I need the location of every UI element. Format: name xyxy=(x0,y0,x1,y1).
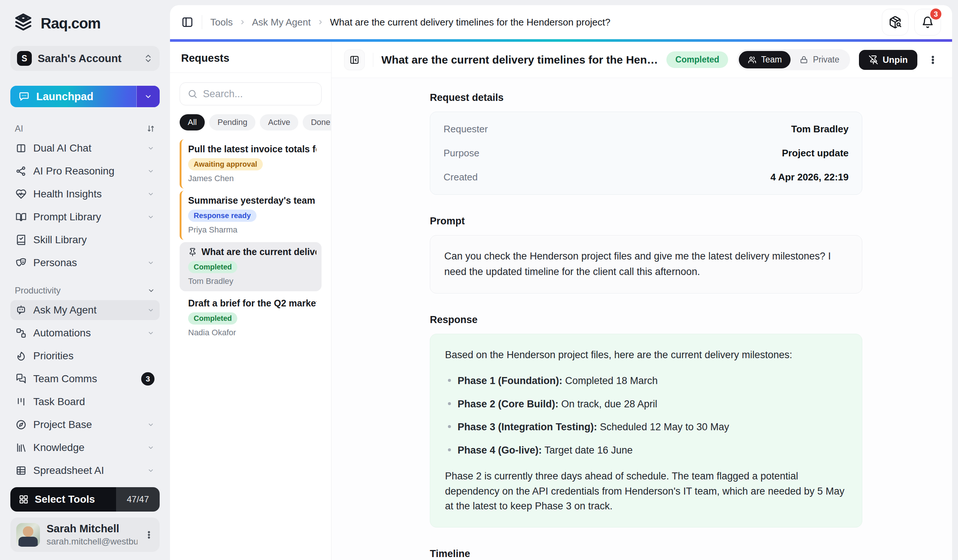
detail-row: Created 4 Apr 2026, 22:19 xyxy=(444,165,849,189)
user-email: sarah.mitchell@westbur... xyxy=(46,536,138,547)
sidebar-item-priorities[interactable]: Priorities xyxy=(10,346,160,366)
panel-left-icon[interactable] xyxy=(181,16,194,29)
package-search-icon xyxy=(888,16,902,29)
sidebar-item-label: Task Board xyxy=(33,396,85,408)
milestone-phase: Phase 2 (Core Build): xyxy=(458,398,558,409)
sidebar-item-skill-library[interactable]: Skill Library xyxy=(10,230,160,250)
detail-header: What are the current delivery timelines … xyxy=(331,42,952,78)
request-title-row: What are the current delivery tim... xyxy=(188,247,316,257)
response-section: Response Based on the Henderson project … xyxy=(430,314,862,527)
breadcrumb-tools[interactable]: Tools xyxy=(210,17,233,28)
status-badge: Completed xyxy=(666,51,728,68)
prompt-section: Prompt Can you check the Henderson proje… xyxy=(430,216,862,293)
sidebar-item-task-board[interactable]: Task Board xyxy=(10,392,160,412)
select-tools-button[interactable]: Select Tools 47/47 xyxy=(10,487,160,512)
response-outro: Phase 2 is currently three days ahead of… xyxy=(445,469,847,514)
pin-icon xyxy=(188,247,197,257)
select-tools-main: Select Tools xyxy=(10,487,116,512)
account-avatar: S xyxy=(17,51,32,66)
sidebar-item-team-comms[interactable]: Team Comms 3 xyxy=(10,369,160,389)
status-badge: Response ready xyxy=(188,209,257,222)
sidebar-item-ai-pro-reasoning[interactable]: AI Pro Reasoning xyxy=(10,161,160,181)
sidebar-item-ask-my-agent[interactable]: Ask My Agent xyxy=(10,300,160,320)
detail-body[interactable]: Request details Requester Tom Bradley Pu… xyxy=(331,78,952,560)
kanban-icon xyxy=(16,396,27,407)
detail-row: Requester Tom Bradley xyxy=(444,117,849,141)
panel-collapse-button[interactable] xyxy=(344,49,365,70)
list-item[interactable]: Summarise yesterday's team standu... Res… xyxy=(179,191,322,240)
sidebar-item-dual-ai-chat[interactable]: Dual AI Chat xyxy=(10,138,160,158)
list-item-selected[interactable]: What are the current delivery tim... Com… xyxy=(179,242,322,291)
row-label: Requester xyxy=(444,124,488,135)
response-card: Based on the Henderson project files, he… xyxy=(430,334,862,527)
sidebar-item-automations[interactable]: Automations xyxy=(10,323,160,343)
unpin-label: Unpin xyxy=(883,55,908,65)
user-card[interactable]: Sarah Mitchell sarah.mitchell@westbur... xyxy=(10,517,160,552)
sidebar-item-health-insights[interactable]: Health Insights xyxy=(10,184,160,204)
request-details-card: Requester Tom Bradley Purpose Project up… xyxy=(430,112,862,195)
row-value: Tom Bradley xyxy=(791,124,849,135)
sidebar-item-personas[interactable]: Personas xyxy=(10,253,160,273)
visibility-team-option[interactable]: Team xyxy=(739,51,791,68)
bullet-dot xyxy=(448,425,451,428)
bullet-dot xyxy=(448,402,451,405)
package-search-button[interactable] xyxy=(882,9,909,35)
list-item[interactable]: Draft a brief for the Q2 marketing ca...… xyxy=(179,293,322,343)
sidebar-item-knowledge[interactable]: Knowledge xyxy=(10,438,160,458)
request-author: Tom Bradley xyxy=(188,276,316,286)
notification-count-badge: 3 xyxy=(929,7,943,21)
milestone-item: Phase 3 (Integration Testing): Scheduled… xyxy=(448,420,847,435)
milestone-phase: Phase 3 (Integration Testing): xyxy=(458,421,597,433)
detail-header-actions: Completed Team Private xyxy=(666,49,939,70)
breadcrumb-ask-my-agent[interactable]: Ask My Agent xyxy=(252,17,311,28)
launchpad-dropdown-button[interactable] xyxy=(137,86,160,107)
account-switcher[interactable]: S Sarah's Account xyxy=(10,46,160,71)
visibility-private-option[interactable]: Private xyxy=(791,51,848,68)
requests-panel-title: Requests xyxy=(179,51,322,73)
milestone-list: Phase 1 (Foundation): Completed 18 March… xyxy=(448,373,847,458)
sidebar-item-prompt-library[interactable]: Prompt Library xyxy=(10,207,160,227)
filter-chip-pending[interactable]: Pending xyxy=(209,114,255,130)
row-value: Project update xyxy=(782,148,849,159)
sort-arrows-icon[interactable] xyxy=(146,124,155,133)
unpin-button[interactable]: Unpin xyxy=(859,50,917,70)
unread-count-badge: 3 xyxy=(141,372,154,385)
sidebar-item-project-base[interactable]: Project Base xyxy=(10,415,160,435)
more-options-button[interactable] xyxy=(926,53,939,67)
request-author: Priya Sharma xyxy=(188,225,316,235)
compass-icon xyxy=(16,419,27,430)
milestone-status: Completed 18 March xyxy=(563,375,658,386)
team-label: Team xyxy=(761,55,782,65)
row-value: 4 Apr 2026, 22:19 xyxy=(770,171,849,183)
sidebar-item-label: Knowledge xyxy=(33,442,85,454)
launchpad-button[interactable]: Launchpad xyxy=(10,86,136,107)
sidebar-item-label: Automations xyxy=(33,327,91,339)
detail-row: Purpose Project update xyxy=(444,141,849,165)
sidebar-item-label: Personas xyxy=(33,257,77,269)
table-icon xyxy=(16,465,27,476)
launchpad-button-group: Launchpad xyxy=(10,86,160,107)
filter-chip-all[interactable]: All xyxy=(179,114,205,130)
request-title: Summarise yesterday's team standu... xyxy=(188,195,316,206)
account-name: Sarah's Account xyxy=(38,52,122,65)
sidebar-item-label: Priorities xyxy=(33,350,73,362)
filter-chip-active[interactable]: Active xyxy=(260,114,298,130)
chevron-down-icon xyxy=(147,467,154,474)
ellipsis-vertical-icon[interactable] xyxy=(144,530,154,540)
request-list: Pull the latest invoice totals for West.… xyxy=(179,140,322,343)
breadcrumb-current: What are the current delivery timelines … xyxy=(330,17,611,28)
sidebar-item-spreadsheet-ai[interactable]: Spreadsheet AI xyxy=(10,460,160,481)
prompt-card: Can you check the Henderson project file… xyxy=(430,235,862,293)
milestone-status: Target date 16 June xyxy=(542,445,633,456)
book-open-icon xyxy=(16,211,27,222)
milestone-item: Phase 1 (Foundation): Completed 18 March xyxy=(448,373,847,389)
nav-section-productivity[interactable]: Productivity xyxy=(10,282,160,300)
brand-name: Raq.com xyxy=(41,15,100,32)
notifications-button[interactable]: 3 xyxy=(914,9,941,35)
search-input[interactable] xyxy=(203,88,314,100)
list-item[interactable]: Pull the latest invoice totals for West.… xyxy=(179,140,322,189)
request-title: What are the current delivery tim... xyxy=(201,247,316,257)
bullet-dot xyxy=(448,379,451,382)
sidebar-nav: AI Dual AI Chat AI Pro Reasoning Health … xyxy=(10,121,160,487)
sidebar-item-label: Health Insights xyxy=(33,188,102,200)
